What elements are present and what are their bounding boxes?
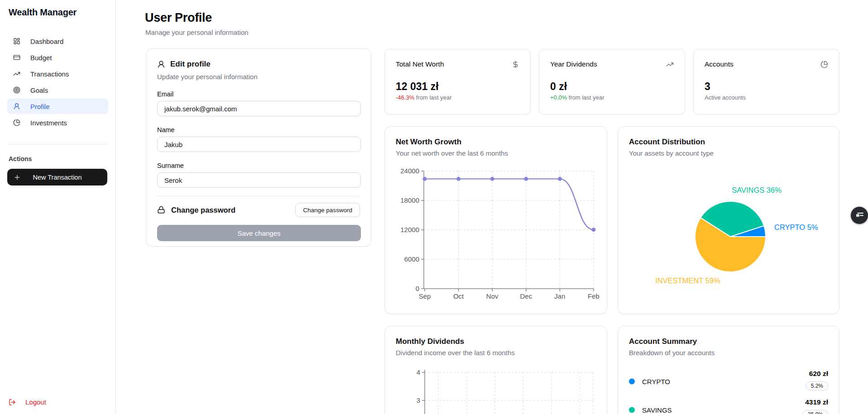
stat-value: 12 031 zł [396, 81, 519, 93]
email-label: Email [157, 90, 360, 98]
net-worth-growth-title: Net Worth Growth [396, 138, 596, 147]
svg-text:12000: 12000 [400, 226, 419, 233]
sidebar-item-label: Profile [30, 103, 50, 110]
account-distribution-title: Account Distribution [629, 138, 828, 147]
svg-text:18000: 18000 [400, 196, 419, 204]
trending-up-icon [666, 61, 674, 68]
monthly-dividends-title: Monthly Dividends [396, 337, 596, 346]
lock-icon [157, 206, 165, 214]
sidebar-nav: DashboardBudgetTransactionsGoalsProfileI… [0, 33, 115, 130]
svg-text:Feb: Feb [588, 292, 599, 300]
email-field[interactable] [157, 101, 361, 116]
sidebar-item-goals[interactable]: Goals [7, 82, 108, 98]
monthly-dividends-card: Monthly Dividends Dividend income over t… [384, 326, 607, 414]
stat-card-accounts: Accounts3Active accounts [693, 49, 839, 114]
new-transaction-button[interactable]: New Transaction [7, 169, 107, 186]
sidebar-item-label: Investments [30, 119, 67, 127]
account-percent-badge: 35.9% [803, 410, 828, 414]
stat-title: Year Dividends [550, 60, 597, 68]
dashboard-icon [13, 38, 20, 45]
sidebar-item-profile[interactable]: Profile [7, 99, 108, 114]
account-summary-subtitle: Breakdown of your accounts [629, 349, 828, 357]
account-label: CRYPTO [642, 378, 670, 385]
stat-cards-row: Total Net Worth12 031 zł-46.3% from last… [384, 49, 839, 114]
pie-slice-savings [700, 201, 764, 237]
logout-icon [9, 399, 16, 406]
surname-label: Surname [157, 162, 360, 169]
pie-label-savings: SAVINGS 36% [732, 186, 782, 195]
edit-profile-subtitle: Update your personal information [157, 73, 360, 81]
stat-value: 0 zł [550, 81, 674, 93]
name-field[interactable] [157, 137, 361, 152]
change-password-title: Change password [171, 206, 235, 214]
stat-card-year-dividends: Year Dividends0 zł+0.0% from last year [539, 49, 685, 114]
new-transaction-label: New Transaction [33, 174, 82, 181]
account-summary-title: Account Summary [629, 337, 828, 346]
svg-text:0: 0 [416, 285, 419, 292]
net-worth-growth-subtitle: Your net worth over the last 6 months [396, 149, 596, 157]
net-worth-growth-card: Net Worth Growth Your net worth over the… [384, 126, 607, 314]
svg-text:4: 4 [417, 368, 420, 376]
account-summary-row-crypto: CRYPTO620 zł5.2% [629, 369, 828, 394]
account-value: 620 zł [809, 370, 828, 378]
user-icon [13, 103, 20, 110]
stat-card-total-net-worth: Total Net Worth12 031 zł-46.3% from last… [384, 49, 531, 114]
svg-text:Dec: Dec [520, 292, 532, 300]
sidebar-divider [7, 144, 108, 144]
account-percent-badge: 5.2% [806, 381, 828, 390]
sidebar-item-budget[interactable]: Budget [7, 50, 108, 65]
stat-value: 3 [705, 81, 828, 93]
actions-section-label: Actions [9, 155, 107, 162]
stat-delta-suffix: from last year [569, 94, 604, 101]
stat-delta-suffix: from last year [416, 94, 452, 101]
svg-text:Oct: Oct [453, 292, 464, 300]
svg-text:Nov: Nov [486, 292, 499, 300]
credit-card-icon [13, 54, 20, 61]
account-value: 4319 zł [805, 398, 828, 406]
pie-slice-crypto [730, 226, 766, 237]
sidebar: Wealth Manager DashboardBudgetTransactio… [0, 0, 116, 414]
widget-icon [855, 210, 864, 221]
monthly-dividends-subtitle: Dividend income over the last 6 months [396, 349, 596, 357]
change-password-heading: Change password [157, 206, 235, 214]
assistant-widget-button[interactable] [851, 207, 868, 224]
sidebar-item-dashboard[interactable]: Dashboard [7, 33, 108, 49]
svg-text:Jan: Jan [554, 292, 565, 300]
account-color-dot [629, 379, 635, 385]
dollar-sign-icon [512, 61, 519, 68]
svg-text:6000: 6000 [404, 255, 419, 263]
sidebar-item-transactions[interactable]: Transactions [7, 66, 108, 81]
sidebar-item-investments[interactable]: Investments [7, 115, 108, 130]
svg-text:24000: 24000 [400, 167, 419, 175]
trending-up-icon [13, 70, 20, 77]
sidebar-item-label: Transactions [30, 70, 69, 78]
logout-button[interactable]: Logout [9, 398, 46, 406]
account-label: SAVINGS [642, 406, 672, 414]
surname-field[interactable] [157, 172, 361, 188]
account-summary-row-savings: SAVINGS4319 zł35.9% [629, 397, 828, 414]
sidebar-item-label: Dashboard [30, 38, 63, 45]
pie-chart-icon [13, 119, 20, 126]
edit-profile-title: Edit profile [170, 60, 211, 69]
edit-profile-divider [157, 196, 360, 196]
svg-text:Sep: Sep [419, 292, 431, 300]
page-title: User Profile [145, 11, 212, 25]
sidebar-item-label: Budget [30, 54, 52, 62]
sidebar-item-label: Goals [30, 86, 48, 94]
svg-text:3: 3 [417, 396, 420, 404]
edit-profile-header: Edit profile [157, 60, 360, 69]
stat-delta: -46.3% [396, 94, 414, 101]
page-subtitle: Manage your personal information [145, 29, 249, 36]
target-icon [13, 86, 20, 94]
stat-title: Total Net Worth [396, 60, 444, 68]
account-distribution-subtitle: Your assets by account type [629, 149, 828, 157]
account-color-dot [629, 407, 635, 413]
app-title: Wealth Manager [0, 0, 115, 18]
change-password-button[interactable]: Change password [295, 203, 360, 217]
name-label: Name [157, 126, 360, 133]
pie-slice-investment [695, 218, 766, 272]
save-changes-button[interactable]: Save changes [157, 225, 361, 241]
stat-delta: +0.0% [550, 94, 567, 101]
pie-label-investment: INVESTMENT 59% [655, 276, 720, 285]
pie-chart-icon [820, 61, 828, 68]
